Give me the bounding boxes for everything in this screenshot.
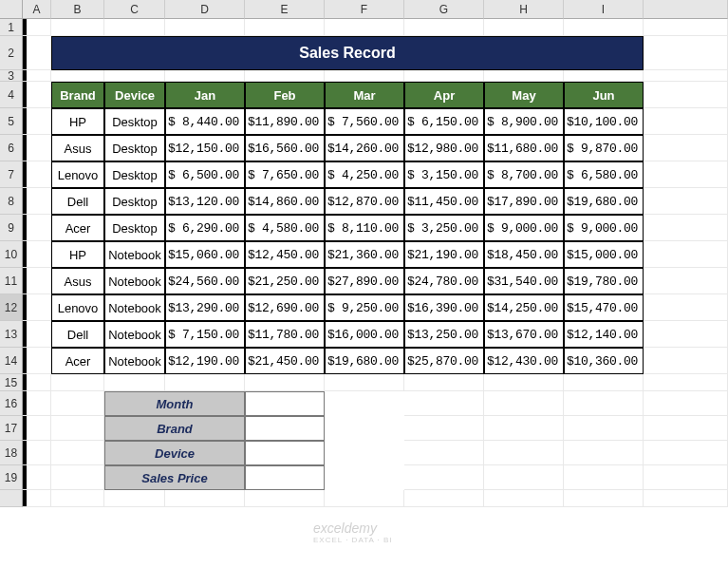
cell[interactable]	[564, 391, 644, 416]
cell[interactable]	[644, 441, 728, 465]
cell[interactable]	[325, 19, 404, 36]
table-cell-value[interactable]: $21,360.00	[325, 241, 404, 268]
cell[interactable]	[484, 19, 564, 36]
cell[interactable]	[23, 391, 51, 416]
table-cell-value[interactable]: $ 3,250.00	[404, 215, 484, 241]
cell[interactable]	[23, 188, 51, 215]
cell[interactable]	[484, 465, 564, 490]
table-cell-value[interactable]: $11,780.00	[245, 321, 325, 348]
table-cell-value[interactable]: $ 9,000.00	[484, 215, 564, 241]
cell[interactable]	[23, 348, 51, 374]
cell[interactable]	[484, 490, 564, 507]
cell[interactable]	[51, 441, 104, 465]
cell[interactable]	[644, 215, 728, 241]
table-cell-value[interactable]: $11,680.00	[484, 135, 564, 161]
row-header-17[interactable]: 17	[0, 416, 23, 441]
table-cell-brand[interactable]: HP	[51, 108, 104, 135]
column-header-I[interactable]: I	[564, 0, 644, 19]
cell[interactable]	[404, 374, 484, 391]
table-cell-value[interactable]: $ 6,290.00	[165, 215, 245, 241]
table-cell-value[interactable]: $ 4,580.00	[245, 215, 325, 241]
row-header-16[interactable]: 16	[0, 391, 23, 416]
table-cell-value[interactable]: $11,890.00	[245, 108, 325, 135]
row-header-7[interactable]: 7	[0, 161, 23, 188]
column-header-G[interactable]: G	[404, 0, 484, 19]
table-cell-value[interactable]: $ 8,110.00	[325, 215, 404, 241]
row-header-18[interactable]: 18	[0, 441, 23, 465]
cell[interactable]	[23, 465, 51, 490]
row-header-8[interactable]: 8	[0, 188, 23, 215]
column-header-D[interactable]: D	[165, 0, 245, 19]
cell[interactable]	[404, 441, 484, 465]
cell[interactable]	[484, 374, 564, 391]
cell[interactable]	[245, 19, 325, 36]
cell[interactable]	[484, 70, 564, 82]
row-header-4[interactable]: 4	[0, 82, 23, 108]
table-cell-value[interactable]: $11,450.00	[404, 188, 484, 215]
table-cell-value[interactable]: $16,390.00	[404, 294, 484, 321]
table-cell-value[interactable]: $25,870.00	[404, 348, 484, 374]
cell[interactable]	[644, 416, 728, 441]
row-header-5[interactable]: 5	[0, 108, 23, 135]
cell[interactable]	[644, 188, 728, 215]
table-cell-device[interactable]: Desktop	[104, 188, 165, 215]
cell[interactable]	[104, 70, 165, 82]
table-cell-value[interactable]: $13,290.00	[165, 294, 245, 321]
table-cell-value[interactable]: $15,470.00	[564, 294, 644, 321]
table-cell-value[interactable]: $21,450.00	[245, 348, 325, 374]
lookup-value-0[interactable]	[245, 391, 325, 416]
cell[interactable]	[644, 70, 728, 82]
table-cell-device[interactable]: Desktop	[104, 215, 165, 241]
table-cell-value[interactable]: $27,890.00	[325, 268, 404, 294]
table-cell-value[interactable]: $12,430.00	[484, 348, 564, 374]
cell[interactable]	[404, 70, 484, 82]
table-cell-value[interactable]: $31,540.00	[484, 268, 564, 294]
row-header-1[interactable]: 1	[0, 19, 23, 36]
cell[interactable]	[325, 490, 404, 507]
cell[interactable]	[51, 70, 104, 82]
cell[interactable]	[51, 19, 104, 36]
cell[interactable]	[23, 321, 51, 348]
cell[interactable]	[564, 465, 644, 490]
table-cell-value[interactable]: $ 9,870.00	[564, 135, 644, 161]
cell[interactable]	[644, 19, 728, 36]
column-header-H[interactable]: H	[484, 0, 564, 19]
table-cell-value[interactable]: $14,860.00	[245, 188, 325, 215]
cell[interactable]	[23, 294, 51, 321]
table-cell-value[interactable]: $19,680.00	[564, 188, 644, 215]
cell[interactable]	[564, 70, 644, 82]
table-cell-value[interactable]: $16,560.00	[245, 135, 325, 161]
cell[interactable]	[564, 374, 644, 391]
table-cell-device[interactable]: Desktop	[104, 135, 165, 161]
table-cell-value[interactable]: $21,250.00	[245, 268, 325, 294]
table-cell-brand[interactable]: Asus	[51, 268, 104, 294]
cell[interactable]	[23, 268, 51, 294]
table-cell-value[interactable]: $ 7,150.00	[165, 321, 245, 348]
column-header-F[interactable]: F	[325, 0, 404, 19]
cell[interactable]	[51, 374, 104, 391]
cell[interactable]	[644, 36, 728, 70]
cell[interactable]	[23, 374, 51, 391]
table-cell-value[interactable]: $12,140.00	[564, 321, 644, 348]
table-cell-value[interactable]: $ 4,250.00	[325, 161, 404, 188]
cell[interactable]	[245, 490, 325, 507]
cell[interactable]	[23, 19, 51, 36]
cell[interactable]	[644, 374, 728, 391]
table-cell-device[interactable]: Notebook	[104, 294, 165, 321]
cell[interactable]	[404, 19, 484, 36]
table-cell-device[interactable]: Notebook	[104, 348, 165, 374]
table-cell-value[interactable]: $16,000.00	[325, 321, 404, 348]
table-cell-value[interactable]: $10,360.00	[564, 348, 644, 374]
cell[interactable]	[51, 490, 104, 507]
cell[interactable]	[644, 348, 728, 374]
cell[interactable]	[245, 374, 325, 391]
table-cell-value[interactable]: $12,190.00	[165, 348, 245, 374]
cell[interactable]	[165, 19, 245, 36]
column-header-B[interactable]: B	[51, 0, 104, 19]
cell[interactable]	[51, 391, 104, 416]
cell[interactable]	[404, 490, 484, 507]
table-cell-brand[interactable]: Dell	[51, 321, 104, 348]
cell[interactable]	[245, 70, 325, 82]
table-header-may[interactable]: May	[484, 82, 564, 108]
cell[interactable]	[644, 321, 728, 348]
